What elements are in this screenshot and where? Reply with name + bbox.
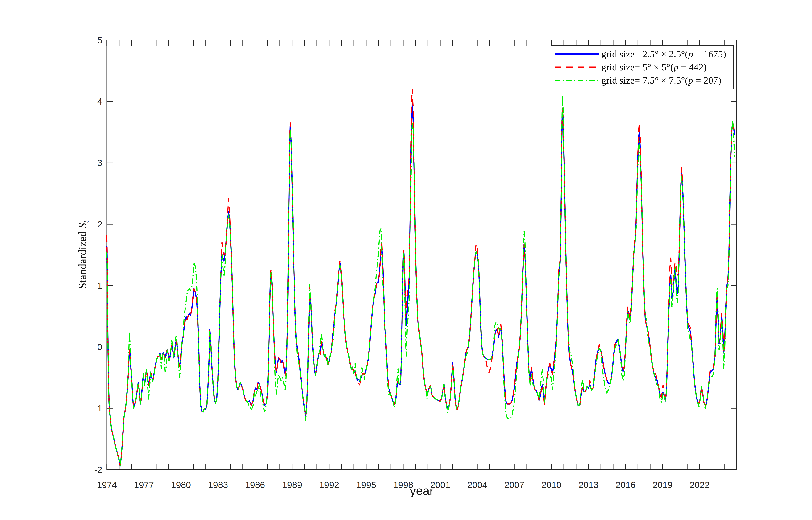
legend-item-1: grid size= 5° × 5°(p = 442) bbox=[551, 61, 733, 73]
y-tick-label--2: -2 bbox=[94, 465, 102, 475]
legend-item-2: grid size= 7.5° × 7.5°(p = 207) bbox=[551, 74, 733, 86]
x-tick-label-1995: 1995 bbox=[356, 480, 376, 490]
y-tick-label-3: 3 bbox=[97, 158, 102, 168]
axes-box bbox=[107, 40, 737, 470]
legend-label-prefix: grid size= 2.5° × 2.5°( bbox=[601, 49, 688, 59]
x-tick-label-1980: 1980 bbox=[171, 480, 191, 490]
x-tick-label-1992: 1992 bbox=[319, 480, 339, 490]
y-tick-label-2: 2 bbox=[97, 219, 102, 229]
x-tick-label-2010: 2010 bbox=[541, 480, 561, 490]
x-tick-label-1986: 1986 bbox=[245, 480, 265, 490]
legend-line-sample-dash-dot-icon bbox=[554, 79, 600, 82]
legend-item-0: grid size= 2.5° × 2.5°(p = 1675) bbox=[551, 48, 733, 60]
y-tick-label-0: 0 bbox=[97, 342, 102, 352]
x-axis-label: year bbox=[410, 484, 434, 498]
x-tick-label-2007: 2007 bbox=[504, 480, 525, 490]
y-tick-label-5: 5 bbox=[97, 35, 102, 45]
legend-label-p-symbol: p bbox=[674, 62, 679, 73]
legend-label-prefix: grid size= 7.5° × 7.5°( bbox=[601, 75, 688, 86]
figure-canvas: 1974197719801983198619891992199519982001… bbox=[0, 0, 812, 520]
x-tick-label-2004: 2004 bbox=[467, 480, 487, 490]
legend-label-prefix: grid size= 5° × 5°( bbox=[601, 62, 674, 73]
legend-label-suffix: = 1675) bbox=[693, 49, 726, 59]
legend-label-suffix: = 207) bbox=[693, 75, 721, 86]
legend-label-suffix: = 442) bbox=[679, 62, 707, 73]
legend-item-label: grid size= 5° × 5°(p = 442) bbox=[601, 61, 707, 73]
y-axis-label-text: Standardized bbox=[76, 228, 88, 289]
y-tick-label-1: 1 bbox=[97, 280, 102, 290]
legend-box: grid size= 2.5° × 2.5°(p = 1675)grid siz… bbox=[551, 45, 734, 89]
legend-item-label: grid size= 7.5° × 7.5°(p = 207) bbox=[601, 75, 721, 86]
legend-line-sample-solid-icon bbox=[554, 53, 600, 55]
y-axis-label-subscript: t bbox=[82, 221, 90, 223]
x-tick-label-1974: 1974 bbox=[97, 480, 117, 490]
x-tick-label-2016: 2016 bbox=[615, 480, 635, 490]
x-tick-label-1983: 1983 bbox=[208, 480, 228, 490]
legend-line-sample-dashed-icon bbox=[554, 66, 600, 69]
y-tick-label--1: -1 bbox=[94, 403, 102, 413]
legend-label-p-symbol: p bbox=[688, 75, 693, 86]
x-tick-label-1989: 1989 bbox=[282, 480, 302, 490]
legend-item-label: grid size= 2.5° × 2.5°(p = 1675) bbox=[601, 48, 726, 59]
x-tick-label-2013: 2013 bbox=[578, 480, 599, 490]
x-tick-label-2019: 2019 bbox=[653, 480, 673, 490]
y-tick-label-4: 4 bbox=[97, 96, 102, 106]
x-tick-label-2022: 2022 bbox=[690, 480, 710, 490]
x-tick-label-1977: 1977 bbox=[134, 480, 154, 490]
legend-label-p-symbol: p bbox=[688, 49, 693, 59]
y-axis-label-variable: S bbox=[76, 223, 88, 228]
y-axis-label: Standardized St bbox=[76, 221, 91, 289]
